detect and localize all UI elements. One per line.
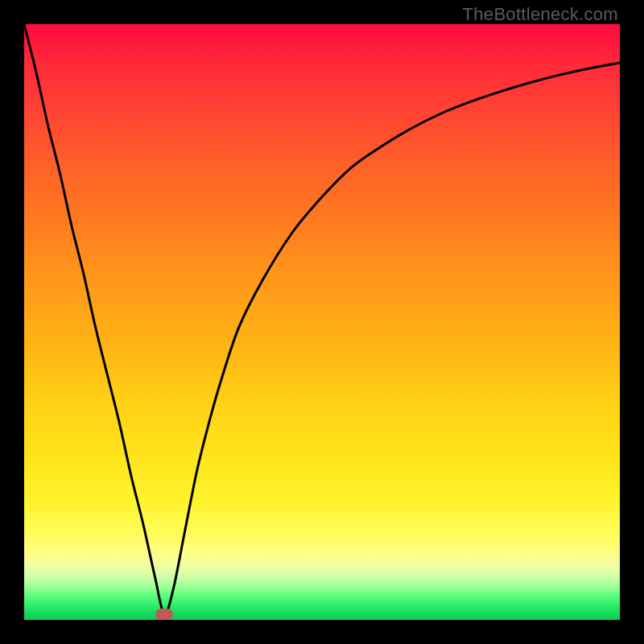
chart-frame: TheBottleneck.com	[0, 0, 644, 644]
watermark-text: TheBottleneck.com	[463, 4, 618, 25]
plot-area	[24, 24, 620, 620]
bottleneck-curve	[24, 24, 620, 620]
curve-path	[24, 24, 620, 614]
optimum-marker	[155, 609, 173, 620]
